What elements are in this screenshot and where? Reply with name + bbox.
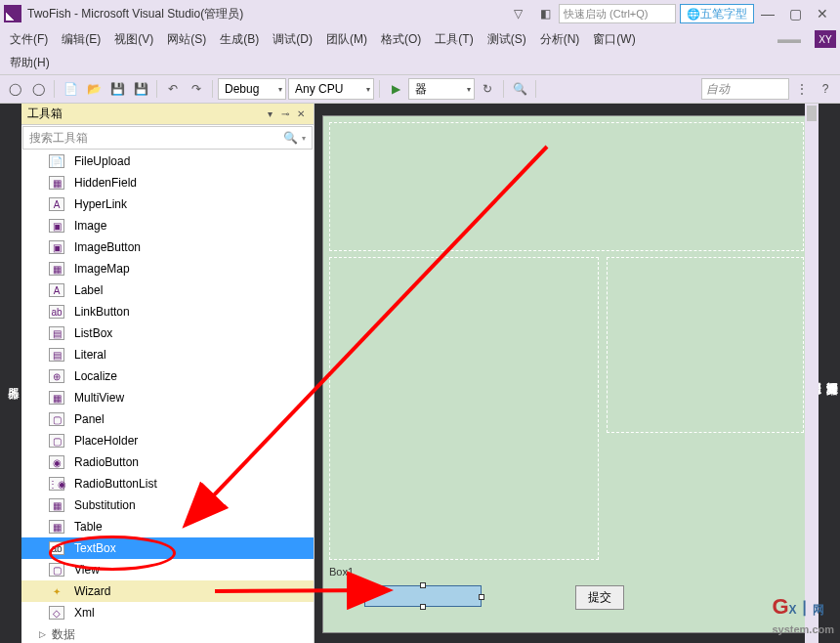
submit-button[interactable]: 提交 — [575, 585, 624, 610]
panel-icon: ▢ — [49, 412, 64, 426]
search-dropdown-icon[interactable]: ▾ — [302, 134, 306, 143]
toolbox-item-table[interactable]: ▦Table — [21, 516, 314, 537]
toolbox-item-panel[interactable]: ▢Panel — [21, 408, 314, 430]
layout-region-header[interactable] — [329, 122, 804, 251]
nav-fwd-button[interactable]: ◯ — [27, 78, 49, 100]
menu-bar-row2: 帮助(H) — [0, 51, 840, 74]
solution-explorer-tab[interactable]: 解决方案资源管理器 — [823, 111, 840, 635]
radiobutton-icon: ◉ — [49, 455, 64, 469]
imagemap-icon: ▦ — [49, 262, 64, 276]
quick-launch-input[interactable]: 快速启动 (Ctrl+Q) — [559, 4, 676, 23]
close-button[interactable]: ✕ — [809, 4, 836, 23]
auto-input[interactable]: 自动 — [701, 78, 789, 100]
menu-file[interactable]: 文件(F) — [4, 29, 54, 50]
toolbox-item-imagemap[interactable]: ▦ImageMap — [21, 258, 314, 279]
run-button[interactable]: ▶ — [385, 78, 406, 100]
layout-region-right[interactable] — [607, 257, 804, 433]
layout-region-left[interactable] — [329, 257, 599, 560]
vertical-scrollbar[interactable] — [805, 104, 819, 643]
toolbox-item-literal[interactable]: ▤Literal — [21, 344, 314, 365]
menu-team[interactable]: 团队(M) — [320, 29, 373, 50]
toolbox-header: 工具箱 ▾ ⊸ ✕ — [21, 104, 314, 125]
toolbox-item-localize[interactable]: ⊕Localize — [21, 365, 314, 387]
placeholder-icon: ▢ — [49, 434, 64, 448]
multiview-icon: ▦ — [49, 391, 64, 405]
toolbox-item-multiview[interactable]: ▦MultiView — [21, 387, 314, 408]
menu-test[interactable]: 测试(S) — [482, 29, 532, 50]
watermark: GX丨网 system.com — [772, 594, 834, 637]
user-badge[interactable]: XY — [815, 30, 836, 48]
textbox-control[interactable] — [364, 585, 482, 607]
menu-debug[interactable]: 调试(D) — [267, 29, 318, 50]
toolbox-item-hyperlink[interactable]: AHyperLink — [21, 193, 314, 215]
resize-handle-icon[interactable] — [479, 594, 484, 600]
open-button[interactable]: 📂 — [83, 78, 105, 100]
menu-website[interactable]: 网站(S) — [161, 29, 212, 50]
ime-indicator[interactable]: 🌐五笔字型 — [680, 4, 754, 23]
search-icon: 🔍 — [283, 131, 298, 145]
redo-button[interactable]: ↷ — [186, 78, 207, 100]
save-button[interactable]: 💾 — [106, 78, 128, 100]
toolbox-item-label[interactable]: ALabel — [21, 279, 314, 301]
restore-button[interactable]: ▢ — [781, 4, 809, 23]
close-panel-icon[interactable]: ✕ — [294, 107, 308, 121]
toolbox-item-fileupload[interactable]: 📄FileUpload — [21, 150, 314, 172]
resize-handle-icon[interactable] — [420, 604, 426, 610]
toolbox-expand-data[interactable]: 数据 — [21, 623, 314, 643]
browser-dropdown[interactable]: 器 — [408, 78, 475, 100]
more-button[interactable]: ⋮ — [791, 78, 813, 100]
menu-edit[interactable]: 编辑(E) — [56, 29, 106, 50]
toolbox-item-linkbutton[interactable]: abLinkButton — [21, 301, 314, 322]
undo-button[interactable]: ↶ — [162, 78, 184, 100]
menu-format[interactable]: 格式(O) — [375, 29, 427, 50]
table-icon: ▦ — [49, 520, 64, 534]
menu-help[interactable]: 帮助(H) — [4, 53, 56, 73]
literal-icon: ▤ — [49, 348, 64, 362]
find-button[interactable]: 🔍 — [509, 78, 530, 100]
scrollbar-thumb[interactable] — [807, 106, 817, 121]
nav-back-button[interactable]: ◯ — [4, 78, 25, 100]
resize-handle-icon[interactable] — [420, 582, 426, 588]
fileupload-icon: 📄 — [49, 154, 64, 168]
toolbox-item-placeholder[interactable]: ▢PlaceHolder — [21, 430, 314, 451]
new-project-button[interactable]: 📄 — [60, 78, 81, 100]
design-canvas[interactable]: Box1 提交 — [322, 115, 811, 633]
notification-icon[interactable]: ◧ — [533, 4, 557, 23]
window-title: TwoFish - Microsoft Visual Studio(管理员) — [27, 6, 504, 22]
dropdown-icon[interactable]: ▾ — [263, 107, 276, 121]
pin-icon[interactable]: ⊸ — [278, 107, 292, 121]
flag-icon[interactable]: ▽ — [506, 4, 529, 23]
toolbox-item-radiobutton[interactable]: ◉RadioButton — [21, 451, 314, 473]
menu-build[interactable]: 生成(B) — [214, 29, 265, 50]
designer-surface[interactable]: Box1 提交 — [315, 104, 819, 643]
minimize-button[interactable]: — — [754, 4, 781, 23]
toolbox-item-hiddenfield[interactable]: ▦HiddenField — [21, 172, 314, 193]
platform-dropdown[interactable]: Any CPU — [288, 78, 374, 100]
menu-window[interactable]: 窗口(W) — [587, 29, 641, 50]
toolbox-item-listbox[interactable]: ▤ListBox — [21, 322, 314, 344]
help-button[interactable]: ? — [815, 78, 836, 100]
control-caption: Box1 — [329, 566, 354, 578]
toolbox-tree: 📄FileUpload ▦HiddenField AHyperLink ▣Ima… — [21, 150, 314, 643]
toolbox-item-view[interactable]: ▢View — [21, 559, 314, 580]
imagebutton-icon: ▣ — [49, 240, 64, 254]
toolbox-item-textbox[interactable]: abTextBox — [21, 537, 314, 559]
toolbox-item-image[interactable]: ▣Image — [21, 215, 314, 236]
toolbox-item-xml[interactable]: ◇Xml — [21, 602, 314, 623]
config-dropdown[interactable]: Debug — [218, 78, 286, 100]
toolbox-search-input[interactable]: 搜索工具箱 🔍 ▾ — [22, 126, 313, 150]
left-tab-strip[interactable]: 服务器 — [0, 104, 21, 643]
vs-logo-icon — [4, 5, 21, 22]
toolbox-item-radiobuttonlist[interactable]: ⋮◉RadioButtonList — [21, 473, 314, 494]
right-tab-strip[interactable]: 解决方案资源管理器 团队资源管理器 属性 — [819, 104, 840, 643]
toolbox-item-imagebutton[interactable]: ▣ImageButton — [21, 236, 314, 258]
toolbox-item-substitution[interactable]: ▦Substitution — [21, 494, 314, 516]
resize-handle-icon[interactable] — [361, 594, 367, 600]
toolbox-item-wizard[interactable]: ✦Wizard — [21, 580, 314, 602]
menu-analyze[interactable]: 分析(N) — [534, 29, 586, 50]
save-all-button[interactable]: 💾 — [130, 78, 151, 100]
xml-icon: ◇ — [49, 606, 64, 620]
menu-tools[interactable]: 工具(T) — [429, 29, 479, 50]
menu-view[interactable]: 视图(V) — [108, 29, 159, 50]
refresh-button[interactable]: ↻ — [477, 78, 498, 100]
